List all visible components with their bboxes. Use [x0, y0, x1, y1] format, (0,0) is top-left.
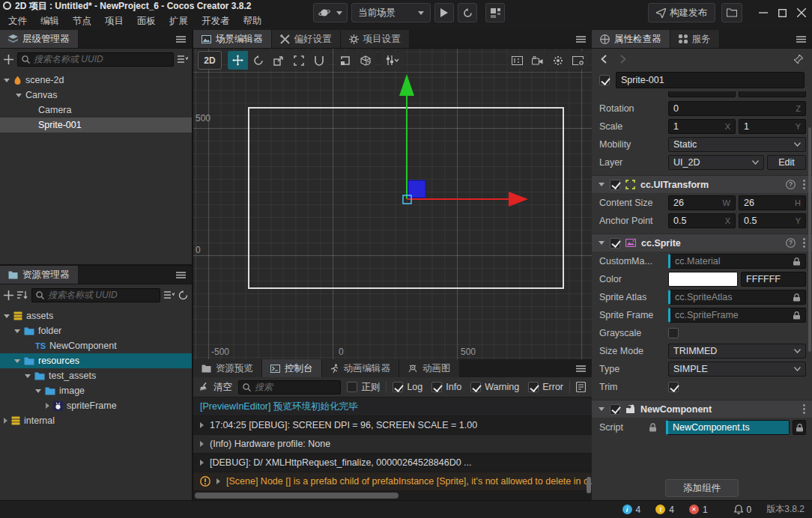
layer-select[interactable]: UI_2D: [668, 155, 764, 170]
build-publish-button[interactable]: 构建发布: [648, 3, 715, 22]
scale-y-field[interactable]: 1 Y: [739, 119, 806, 134]
expand-chevron-icon[interactable]: [4, 314, 10, 318]
reload-button[interactable]: [458, 3, 477, 22]
history-forward-button[interactable]: [620, 55, 626, 64]
expand-chevron-icon[interactable]: [35, 389, 41, 393]
help-icon[interactable]: ?: [786, 180, 796, 189]
refresh-assets-button[interactable]: [178, 290, 188, 300]
minimize-button[interactable]: [759, 8, 768, 17]
rotation-field[interactable]: 0 Z: [668, 101, 806, 116]
tab-scene-editor[interactable]: 场景编辑器: [193, 30, 272, 48]
expand-chevron-icon[interactable]: [25, 374, 31, 378]
collapse-chevron-icon[interactable]: [46, 403, 49, 409]
sprite-frame-field[interactable]: cc.SpriteFrame: [668, 308, 806, 323]
anchor-x-field[interactable]: 0.5 X: [668, 213, 736, 228]
tree-item-internal[interactable]: internal: [0, 413, 192, 428]
filter-list-button[interactable]: [164, 291, 175, 299]
log-row-info[interactable]: (Info) Hardware profile: None: [193, 435, 592, 454]
scene-viewport[interactable]: 500 0 -500 0 500 2D: [193, 49, 592, 359]
assets-panel-menu-button[interactable]: [170, 266, 192, 284]
trim-checkbox[interactable]: [668, 382, 679, 392]
error-status-icon[interactable]: ✕: [689, 505, 699, 514]
filter-warning[interactable]: Warning: [470, 382, 519, 392]
tree-item-Sprite-001[interactable]: Sprite-001: [0, 118, 192, 132]
snap-pivot-button[interactable]: [335, 51, 355, 70]
tree-item-test_assets[interactable]: test_assets: [0, 368, 192, 383]
sprite-section-header[interactable]: cc.Sprite ?: [592, 234, 812, 252]
content-width-field[interactable]: 26 W: [668, 195, 736, 210]
help-icon[interactable]: ?: [786, 238, 796, 248]
scene-select[interactable]: 当前场景: [351, 3, 431, 22]
layout-button[interactable]: [485, 3, 505, 22]
node-active-checkbox[interactable]: [599, 75, 610, 85]
tree-item-spriteFrame[interactable]: spriteFrame: [0, 398, 192, 413]
anchor-tool-button[interactable]: [309, 51, 329, 70]
expand-chevron-icon[interactable]: [14, 329, 20, 333]
add-component-button[interactable]: 添加组件: [665, 479, 739, 497]
menu-item[interactable]: 节点: [66, 13, 98, 29]
tab-console[interactable]: 控制台: [262, 359, 322, 377]
open-project-folder-button[interactable]: [721, 3, 742, 22]
hierarchy-panel-menu-button[interactable]: [170, 30, 192, 48]
log-file-button[interactable]: [576, 382, 586, 392]
coordinate-mode-button[interactable]: [355, 51, 375, 70]
menu-item[interactable]: 文件: [1, 13, 34, 29]
newcomponent-section-header[interactable]: NewComponent: [592, 400, 812, 418]
size-mode-select[interactable]: TRIMMED: [668, 344, 806, 359]
menu-item[interactable]: 开发者: [195, 13, 237, 29]
position-y-field[interactable]: [739, 91, 806, 97]
assets-search-input[interactable]: 搜索名称或 UUID: [31, 288, 160, 302]
collapse-chevron-icon[interactable]: [4, 418, 7, 424]
filter-log[interactable]: Log: [393, 382, 422, 392]
play-button[interactable]: [434, 3, 454, 22]
node-name-field[interactable]: Sprite-001: [616, 72, 805, 88]
tree-item-Canvas[interactable]: Canvas: [0, 88, 192, 103]
console-vertical-scrollbar[interactable]: [587, 477, 591, 493]
tree-item-resources[interactable]: resources: [0, 353, 192, 368]
tab-hierarchy[interactable]: 层级管理器: [0, 30, 79, 48]
expand-log-chevron[interactable]: [200, 422, 204, 428]
menu-item[interactable]: 编辑: [34, 13, 66, 29]
rotate-tool-button[interactable]: [248, 51, 268, 70]
content-height-field[interactable]: 26 H: [739, 195, 806, 210]
tab-project-settings[interactable]: 项目设置: [341, 30, 410, 48]
filter-info[interactable]: Info: [431, 382, 461, 392]
gizmo-settings-button[interactable]: [381, 51, 404, 70]
expand-chevron-icon[interactable]: [14, 359, 20, 363]
tree-item-folder[interactable]: folder: [0, 323, 192, 338]
hierarchy-search-input[interactable]: 搜索名称或 UUID: [17, 52, 174, 67]
sort-assets-button[interactable]: [17, 290, 28, 299]
collapse-chevron-icon[interactable]: [599, 407, 605, 411]
expand-chevron-icon[interactable]: [4, 79, 10, 82]
custom-material-field[interactable]: cc.Material: [668, 254, 806, 269]
tree-item-image[interactable]: image: [0, 383, 192, 398]
log-row-debug[interactable]: 17:04:25 [DEBUG]: SCREEN DPI = 96, SCREE…: [193, 416, 592, 435]
more-options-icon[interactable]: [803, 180, 805, 189]
warning-status-icon[interactable]: !: [655, 505, 665, 514]
collapse-chevron-icon[interactable]: [599, 241, 605, 245]
color-swatch[interactable]: [668, 272, 738, 287]
tab-asset-preview[interactable]: 资源预览: [193, 359, 262, 377]
menu-item[interactable]: 扩展: [163, 13, 195, 29]
collapse-chevron-icon[interactable]: [599, 183, 605, 186]
script-field[interactable]: NewComponent.ts: [666, 420, 790, 435]
clear-console-button[interactable]: 清空: [199, 381, 232, 394]
expand-log-chevron[interactable]: [200, 460, 204, 466]
filter-error[interactable]: Error: [528, 382, 563, 392]
bell-icon[interactable]: [734, 505, 743, 514]
inspector-panel-menu-button[interactable]: [790, 30, 812, 48]
platform-select-button[interactable]: [313, 3, 348, 22]
tree-item-scene-2d[interactable]: scene-2d: [0, 73, 192, 88]
layer-edit-button[interactable]: Edit: [767, 155, 806, 170]
2d-3d-toggle-button[interactable]: 2D: [198, 51, 222, 70]
console-panel-menu-button[interactable]: [570, 359, 592, 377]
move-tool-button[interactable]: [228, 51, 248, 70]
anchor-y-field[interactable]: 0.5 Y: [739, 213, 806, 228]
tab-assets[interactable]: 资源管理器: [0, 266, 79, 284]
uitransform-section-header[interactable]: cc.UITransform ?: [592, 175, 812, 193]
tree-item-Camera[interactable]: Camera: [0, 103, 192, 118]
log-row-debug[interactable]: [DEBUG]: D/ XMLHttpRequest_finalize, 000…: [193, 454, 592, 472]
pin-inspector-button[interactable]: [794, 55, 803, 64]
scene-gear-button[interactable]: [548, 51, 568, 70]
sprite-atlas-field[interactable]: cc.SpriteAtlas: [668, 290, 806, 305]
